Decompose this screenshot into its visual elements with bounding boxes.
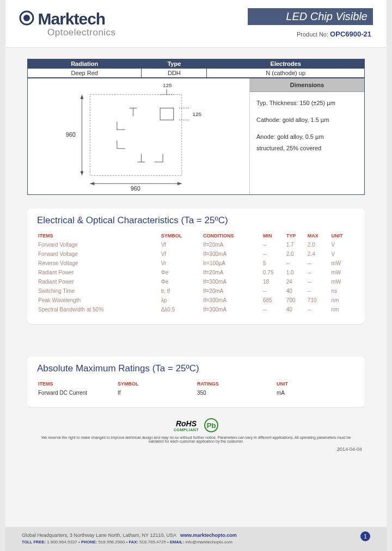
table-cell: Radiant Power [37,268,160,277]
table-cell: Vr [160,259,202,268]
email: info@marktechopto.com [185,540,232,544]
table-header: MIN [262,231,285,240]
table-cell: mW [330,277,355,286]
table-cell: -- [307,286,330,296]
target-icon [19,10,34,28]
spec-table: Radiation Type Electrodes Deep Red DDH N… [27,59,365,78]
diagram-box: 125 125 960 960 [27,78,365,195]
table-row: Forward VoltageVfIf=300mA--2.02.4V [37,249,355,259]
table-row: Reverse VoltageVrIr=100µA5----mW [37,259,355,268]
spec-header: Radiation [28,59,142,69]
table-cell: nm [330,296,355,305]
header: Marktech Optoelectronics LED Chip Visibl… [5,0,387,48]
disclaimer: We reserve the right to make changes to … [27,436,365,443]
table-cell: mW [330,268,355,277]
table-cell: If=20mA [202,268,262,277]
table-cell: Forward DC Current [37,388,117,397]
page-number: 1 [360,531,370,541]
svg-marker-11 [81,95,84,99]
table-cell: 0.75 [262,268,285,277]
table-cell: Reverse Voltage [37,259,160,268]
table-cell: Δλ0.5 [160,305,202,314]
svg-marker-12 [81,171,84,175]
table-row: Spectral Bandwidth at 50%Δλ0.5If=300mA--… [37,305,355,314]
table-cell: tr, tf [160,286,202,296]
svg-marker-16 [177,182,182,185]
rohs-badge: RoHS COMPLIANT [174,419,199,432]
table-cell: 1.7 [285,240,307,249]
table-cell: 2.0 [285,249,307,259]
table-cell: Ir=100µA [202,259,262,268]
footer-address: Global Headquarters, 3 Northway Lane Nor… [22,532,176,538]
dimensions-title: Dimensions [250,78,364,92]
phone: 518.956.2980 [98,540,125,544]
table-cell: -- [285,259,307,268]
page-title: LED Chip Visible [248,8,373,25]
table-cell: -- [262,305,285,314]
dim-thickness: Typ. Thickness: 150 (±25) µm [256,97,358,109]
spec-cell: Deep Red [28,69,142,78]
absolute-section: Absolute Maximum Ratings (Ta = 25ºC) ITE… [27,357,365,407]
table-cell: 5 [262,259,285,268]
svg-rect-2 [90,95,181,176]
svg-marker-15 [90,182,94,185]
table-cell: 350 [196,388,275,397]
table-cell: λp [160,296,202,305]
compliance-area: RoHS COMPLIANT Pb We reserve the right t… [27,418,365,443]
table-header: TYP [285,231,307,240]
table-header: UNIT [330,231,355,240]
table-cell: V [330,240,355,249]
chip-diagram: 125 125 960 960 [28,78,250,194]
svg-rect-3 [160,108,174,120]
table-row: Radiant PowerΦeIf=20mA0.751.0--mW [37,268,355,277]
table-cell: 2.0 [307,240,330,249]
product-no-value: OPC6900-21 [330,30,371,38]
dimensions-panel: Dimensions Typ. Thickness: 150 (±25) µm … [250,78,364,194]
fax: 518.785.4725 [139,540,166,544]
table-cell: Switching Time [37,286,160,296]
table-cell: ns [330,286,355,296]
table-row: Forward DC CurrentIf350mA [37,388,355,397]
table-cell: 685 [262,296,285,305]
dim-anode: Anode: gold alloy, 0.5 µm [256,131,358,143]
table-cell: Vf [160,240,202,249]
product-no-label: Product No: [297,31,328,38]
table-cell: Forward Voltage [37,240,160,249]
electrical-title: Electrical & Optical Characteristics (Ta… [37,215,355,226]
brand-logo: Marktech Optoelectronics [19,10,116,38]
footer-web: www.marktechopto.com [180,532,237,538]
table-header: SYMBOL [160,231,202,240]
table-cell: Radiant Power [37,277,160,286]
brand-subtitle: Optoelectronics [47,27,116,38]
electrical-table: ITEMSSYMBOLCONDITIONSMINTYPMAXUNIT Forwa… [37,231,355,314]
svg-point-1 [23,15,30,21]
svg-text:960: 960 [66,131,76,138]
absolute-table: ITEMSSYMBOLRATINGSUNIT Forward DC Curren… [37,379,355,397]
phone-label: PHONE: [81,540,97,544]
table-header: ITEMS [37,231,160,240]
table-header: MAX [307,231,330,240]
table-cell: -- [307,277,330,286]
product-number: Product No: OPC6900-21 [297,30,371,38]
table-cell: If=300mA [202,249,262,259]
spec-cell: N (cathode) up [207,69,365,78]
table-cell: -- [307,259,330,268]
table-row: Forward VoltageVfIf=20mA--1.72.0V [37,240,355,249]
table-cell: Peak Wavelength [37,296,160,305]
date-stamp: 2014-04-04 [27,446,365,452]
table-row: Radiant PowerΦeIf=300mA1824--mW [37,277,355,286]
toll-free: 1.800.984.5337 [47,540,77,544]
pb-badge: Pb [204,418,218,432]
table-cell: Φe [160,268,202,277]
table-cell: 2.4 [307,249,330,259]
footer: Global Headquarters, 3 Northway Lane Nor… [5,527,387,551]
table-cell: Vf [160,249,202,259]
table-cell: Φe [160,277,202,286]
spec-cell: DDH [142,69,207,78]
table-cell: mA [275,388,355,397]
table-cell: Forward Voltage [37,249,160,259]
table-cell: 40 [285,286,307,296]
table-cell: -- [262,240,285,249]
rohs-sub: COMPLIANT [174,428,199,432]
svg-text:960: 960 [131,185,140,192]
